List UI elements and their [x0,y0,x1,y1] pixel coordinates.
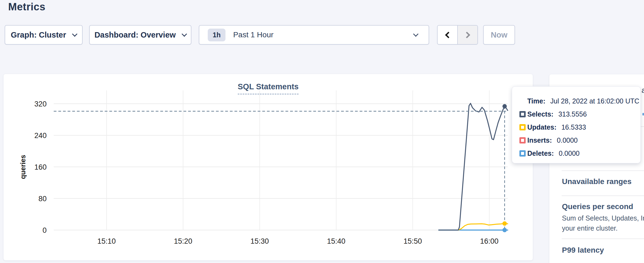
dashboard-dropdown-label: Dashboard: Overview [94,30,176,39]
inserts-series-swatch-icon [519,137,526,143]
deletes-series-swatch-icon [519,150,526,157]
svg-text:15:30: 15:30 [251,237,269,245]
tooltip-selects-row: Selects: 313.5556 [512,108,640,121]
tooltip-inserts-value: 0.0000 [557,136,577,144]
partial-link-sliver [642,113,644,115]
tooltip-updates-row: Updates: 16.5333 [512,121,640,134]
now-button-label: Now [491,30,507,39]
sql-statements-chart[interactable]: 08016024032015:1015:2015:3015:4015:5016:… [4,74,533,261]
svg-text:160: 160 [34,163,47,171]
dashboard-dropdown[interactable]: Dashboard: Overview [89,25,191,45]
time-range-selector[interactable]: 1h Past 1 Hour [199,25,429,45]
tooltip-updates-label: Updates: [527,123,556,131]
partial-text-sliver: a [642,86,644,95]
divider [640,126,644,127]
tooltip-inserts-label: Inserts: [527,136,552,144]
next-time-button-disabled[interactable] [458,26,477,44]
tooltip-updates-value: 16.5333 [561,123,586,131]
sidebar-heading-unavailable-ranges: Unavailable ranges [562,177,631,186]
time-step-buttons [437,25,478,45]
svg-text:15:50: 15:50 [404,237,422,245]
divider [562,195,644,196]
tooltip-selects-label: Selects: [527,110,553,118]
updates-series-swatch-icon [519,124,526,130]
chevron-down-icon [182,31,187,37]
now-button[interactable]: Now [483,25,515,45]
tooltip-inserts-row: Inserts: 0.0000 [512,134,640,147]
svg-text:16:00: 16:00 [480,237,499,245]
graph-scope-dropdown-label: Graph: Cluster [11,30,66,39]
svg-text:15:10: 15:10 [97,237,116,245]
svg-text:320: 320 [34,100,47,108]
chevron-left-icon [445,32,452,38]
svg-text:240: 240 [34,132,47,140]
page-title: Metrics [8,1,46,13]
chevron-down-icon [413,31,419,37]
svg-text:80: 80 [38,195,47,203]
tooltip-selects-value: 313.5556 [558,110,587,118]
tooltip-deletes-row: Deletes: 0.0000 [512,147,640,160]
svg-text:15:20: 15:20 [174,237,192,245]
qps-description-line2: your entire cluster. [562,224,618,232]
chevron-down-icon [72,31,77,37]
chevron-right-icon [464,32,470,38]
previous-time-button[interactable] [438,26,458,44]
divider [562,238,644,239]
chart-title-wrap: SQL Statements [4,82,533,94]
chart-title[interactable]: SQL Statements [238,82,299,94]
sidebar-heading-p99-latency: P99 latency [562,246,604,255]
chart-hover-tooltip: Time: Jul 28, 2022 at 16:02:00 UTC Selec… [512,86,641,163]
svg-text:15:40: 15:40 [327,237,345,245]
tooltip-deletes-value: 0.0000 [559,149,579,157]
time-range-badge: 1h [208,29,225,41]
tooltip-time-row: Time: Jul 28, 2022 at 16:02:00 UTC [512,94,640,108]
tooltip-deletes-label: Deletes: [527,149,554,157]
sidebar-heading-queries-per-second: Queries per second [562,202,633,211]
svg-text:0: 0 [43,226,47,234]
divider [562,170,644,171]
tooltip-time-value: Jul 28, 2022 at 16:02:00 UTC [550,97,639,105]
selects-series-swatch-icon [519,111,526,117]
svg-text:queries: queries [19,155,27,179]
metrics-page: { "page": { "title": "Metrics" }, "toolb… [0,0,644,263]
tooltip-time-label: Time: [527,97,545,105]
qps-description-line1: Sum of Selects, Updates, Inserts and Del… [562,214,644,222]
graph-scope-dropdown[interactable]: Graph: Cluster [5,25,83,45]
time-range-label: Past 1 Hour [233,30,273,39]
sql-statements-card: SQL Statements 08016024032015:1015:2015:… [3,74,533,261]
